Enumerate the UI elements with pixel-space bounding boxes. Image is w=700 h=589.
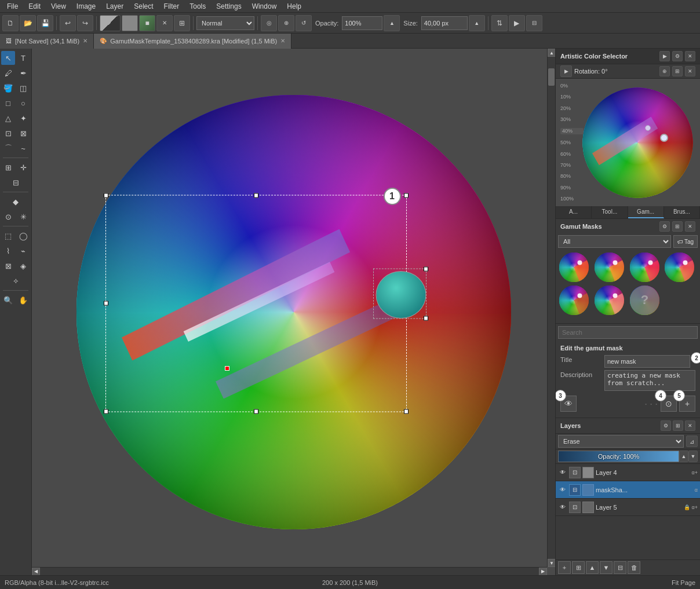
gamut-thumb-3[interactable] [629,251,661,283]
layer-delete-button[interactable]: 🗑 [628,561,640,574]
gamut-thumb-5[interactable] [558,284,590,316]
gamut-thumb-6[interactable] [593,284,625,316]
rotation-settings-button[interactable]: ⊕ [659,66,670,76]
layer-row-5[interactable]: 👁 ⊡ Layer 5 🔒 α+ [556,499,700,516]
play-button[interactable]: ▶ [509,15,525,31]
gamut-thumb-4[interactable] [663,251,695,283]
menu-image[interactable]: Image [72,1,100,12]
menu-filter[interactable]: Filter [159,1,184,12]
layer-filter-button[interactable]: ⊿ [686,436,698,447]
layer-row-mask[interactable]: 👁 ⊟ maskSha... α [556,481,700,499]
canvas-vertical-scrollbar[interactable]: ▲ ▼ [547,49,555,567]
path-tool[interactable]: ⌒ [1,141,15,155]
layer-4-vis[interactable]: 👁 [558,468,567,477]
blend-mode-select[interactable]: Normal [196,16,254,30]
color-swatch-button[interactable] [100,15,121,31]
title-input[interactable] [604,355,690,368]
freehand-brush-tool[interactable]: 🖊 [1,66,15,80]
menu-window[interactable]: Window [247,1,282,12]
magnetic-select-tool[interactable]: ⌁ [16,244,30,258]
refresh-button[interactable]: ↺ [296,15,312,31]
gamut-thumb-2[interactable] [593,251,625,283]
ellipse-tool[interactable]: ○ [16,96,30,110]
layer-up-button[interactable]: ▲ [586,561,599,574]
menu-file[interactable]: File [2,1,23,12]
panel-settings-button[interactable]: ⚙ [672,51,683,61]
undo-button[interactable]: ↩ [60,15,76,31]
move-tool[interactable]: ✛ [16,160,30,174]
gamut-thumb-1[interactable] [558,251,590,283]
size-up-button[interactable]: ▲ [469,15,485,31]
gradient-tool[interactable]: ◫ [16,81,30,95]
layer-row-4[interactable]: 👁 ⊡ Layer 4 α+ [556,464,700,481]
opacity-stepper-up[interactable]: ▲ [679,451,688,462]
menu-select[interactable]: Select [129,1,158,12]
vscroll-down[interactable]: ▼ [548,559,555,567]
panel-play-button[interactable]: ▶ [659,51,670,61]
transform-select-tool[interactable]: ⊠ [1,259,15,273]
modify-select-tool[interactable]: ◈ [16,259,30,273]
opacity-stepper-down[interactable]: ▼ [688,451,698,462]
opacity-up-button[interactable]: ▲ [384,15,400,31]
similar-select-tool[interactable]: ⊠ [16,126,30,140]
color-select-tool[interactable]: ◆ [9,195,23,208]
layer-5-vis[interactable]: 👁 [558,503,567,512]
save-button[interactable]: 💾 [37,15,53,31]
gray-swatch-button[interactable] [122,15,138,31]
layers-expand-button[interactable]: ⊞ [673,420,683,431]
tab-unsaved-close[interactable]: ✕ [83,38,88,44]
mini-color-wheel[interactable] [581,86,694,199]
gamut-close-button[interactable]: ✕ [685,221,695,232]
rotation-close-button[interactable]: ✕ [685,66,695,76]
tab-gamut[interactable]: 🎨 GamutMaskTemplate_1538408289.kra [Modi… [94,34,291,49]
dynamic-brush-tool[interactable]: ~ [16,141,30,155]
panel-close-button[interactable]: ✕ [685,51,695,61]
menu-tools[interactable]: Tools [185,1,210,12]
rotation-play-button[interactable]: ▶ [560,65,572,77]
select-pointer-tool[interactable]: ↖ [1,51,15,65]
tab-brush[interactable]: Brus... [664,206,700,218]
layer-down-button[interactable]: ▼ [600,561,612,574]
panel-toggle-button[interactable]: ⊟ [526,15,542,31]
mirror-button[interactable]: ⇅ [491,15,508,31]
tab-unsaved[interactable]: 🖼 [Not Saved] (34,1 MiB) ✕ [0,34,94,49]
layers-settings-button[interactable]: ⚙ [661,420,671,431]
search-input[interactable] [558,326,698,339]
layer-group-button[interactable]: ⊞ [572,561,585,574]
rect-select-tool[interactable]: ⬚ [1,229,15,243]
ellipse-select-tool[interactable]: ◯ [16,229,30,243]
contour-select-tool[interactable]: ⟡ [9,274,23,288]
canvas-horizontal-scrollbar[interactable]: ◀ ▶ [32,567,547,575]
opacity-bar[interactable]: Opacity: 100% [558,451,679,462]
vscroll-up[interactable]: ▲ [548,49,555,57]
tab-gamut-close[interactable]: ✕ [280,38,285,44]
layer-mask-vis[interactable]: 👁 [558,485,567,495]
gamut-filter-select[interactable]: All [558,235,671,248]
menu-view[interactable]: View [46,1,71,12]
hscroll-left[interactable]: ◀ [32,568,40,576]
gamut-settings-button[interactable]: ⚙ [659,221,670,232]
open-button[interactable]: 📂 [20,15,36,31]
size-input[interactable] [421,16,468,30]
tab-artistic[interactable]: A... [556,206,592,218]
tab-tool[interactable]: Tool... [592,206,628,218]
menu-layer[interactable]: Layer [101,1,128,12]
freehand-select-tool[interactable]: ⌇ [1,244,15,258]
eyedropper-tool[interactable]: ⊙ [1,210,15,224]
layer-add-button[interactable]: + [558,561,571,574]
gamut-expand-button[interactable]: ⊞ [672,221,683,232]
fill-tool[interactable]: 🪣 [1,81,15,95]
rectangle-tool[interactable]: □ [1,96,15,110]
redo-button[interactable]: ↪ [77,15,93,31]
lock-alpha-button[interactable]: ⊕ [278,15,294,31]
vscroll-thumb[interactable] [548,68,555,86]
gamut-thumb-7[interactable] [629,284,661,316]
desc-textarea[interactable]: creating a new mask from scratch... [604,370,695,391]
eraser-button[interactable]: ✕ [156,15,173,31]
grid-button[interactable]: ⊞ [174,15,190,31]
canvas-area[interactable]: 1 ▲ ▼ ◀ ▶ [32,49,555,575]
tab-gamut[interactable]: Gam... [628,206,664,218]
crop-tool[interactable]: ⊟ [9,175,23,189]
text-tool[interactable]: T [16,51,30,65]
menu-settings[interactable]: Settings [212,1,246,12]
